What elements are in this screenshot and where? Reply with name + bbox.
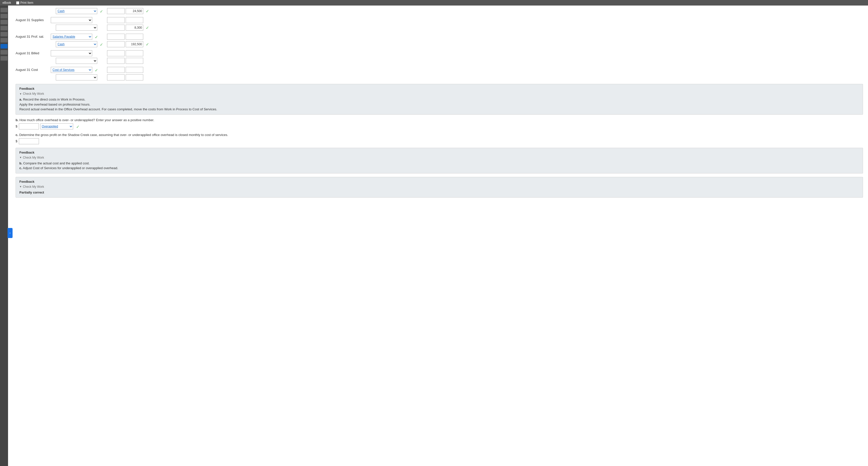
check-profsal2: ✓ [100, 41, 103, 47]
date-billed: August 31 Billed [16, 50, 51, 55]
feedback-title-2: Feedback [19, 151, 859, 154]
account-col-profsal2: Cash ✓ [51, 41, 106, 47]
sidebar-tab-4[interactable] [0, 26, 7, 30]
entry-group-cash: Cash ✓ 24,500 ✓ [16, 8, 863, 14]
check-supplies2: ✓ [146, 25, 149, 31]
entry-group-profsal: August 31 Prof. sal. Salaries Payable ✓ [16, 34, 863, 47]
fb2-line-b: Compare the actual cost and the applied … [23, 161, 90, 165]
journal-row-supplies1: August 31 Supplies [16, 17, 863, 23]
account-select-cost1[interactable]: Cost of Services [51, 67, 92, 73]
sidebar-tab-3[interactable] [0, 20, 7, 24]
credit-profsal1[interactable] [126, 34, 143, 40]
account-select-supplies1[interactable] [51, 17, 92, 23]
account-select-supplies2[interactable] [56, 25, 97, 31]
print-item-label: Print Item [20, 1, 33, 4]
credit-cash: 24,500 [126, 8, 143, 14]
sidebar-tab-1[interactable] [0, 8, 7, 12]
date-supplies: August 31 Supplies [16, 17, 51, 22]
debit-credit-supplies2: 8,300 ✓ [107, 25, 151, 31]
entry-group-billed: August 31 Billed [16, 50, 863, 64]
account-select-profsal1[interactable]: Salaries Payable [51, 34, 92, 40]
check-my-work-3[interactable]: Check My Work [19, 185, 859, 188]
question-c-text: c. Determine the gross profit on the Sha… [16, 133, 863, 137]
debit-cash [107, 8, 125, 14]
question-b-input-row: $ Overapplied Underapplied ✓ [16, 123, 863, 129]
ebook-label[interactable]: eBook [2, 1, 11, 4]
fb1-label-a: a. [19, 97, 22, 101]
account-select-profsal2[interactable]: Cash [56, 41, 97, 47]
account-col-profsal1: Salaries Payable ✓ [51, 34, 106, 40]
account-col-billed1 [51, 50, 106, 56]
answer-b-input[interactable] [19, 123, 39, 129]
entry-group-cost: August 31 Cost Cost of Services ✓ [16, 67, 863, 81]
debit-billed2[interactable] [107, 58, 125, 64]
sidebar-tab-2[interactable] [0, 14, 7, 18]
credit-billed1[interactable] [126, 50, 143, 56]
credit-cost2[interactable] [126, 74, 143, 81]
sidebar-tab-6[interactable] [0, 38, 7, 42]
print-item-container: Print Item [16, 1, 33, 4]
check-credit-profsal2: ✓ [146, 41, 149, 47]
date-supplies2 [16, 27, 51, 28]
debit-credit-cost1 [107, 67, 143, 73]
answer-b-select[interactable]: Overapplied Underapplied [40, 123, 73, 129]
question-b-text: b. How much office overhead is over- or … [16, 118, 863, 122]
debit-profsal2[interactable] [107, 41, 125, 47]
sidebar-tab-active[interactable] [0, 44, 7, 49]
debit-cost1[interactable] [107, 67, 125, 73]
credit-profsal2: 192,500 [126, 41, 143, 47]
date-profsal: August 31 Prof. sal. [16, 34, 51, 38]
debit-cost2[interactable] [107, 74, 125, 81]
check-my-work-2[interactable]: Check My Work [19, 156, 859, 159]
sidebar-tab-9[interactable] [0, 56, 7, 61]
feedback-box-1: Feedback Check My Work a. Record the dir… [16, 84, 863, 115]
check-my-work-1[interactable]: Check My Work [19, 92, 859, 95]
journal-row-supplies2: 8,300 ✓ [16, 25, 863, 31]
account-col-billed2 [51, 58, 106, 64]
top-bar: eBook Print Item [0, 0, 868, 5]
credit-cost1[interactable] [126, 67, 143, 73]
feedback-text-1: a. Record the direct costs in Work in Pr… [19, 97, 859, 112]
question-c-input-row: $ [16, 138, 863, 144]
question-b-label: How much office overhead is over- or und… [19, 118, 154, 122]
journal-row-cash: Cash ✓ 24,500 ✓ [16, 8, 863, 14]
account-select-cash[interactable]: Cash [56, 8, 97, 14]
left-sidebar [0, 5, 8, 206]
sidebar-tab-8[interactable] [0, 50, 7, 55]
dollar-b: $ [16, 124, 17, 128]
question-b-section: b. How much office overhead is over- or … [16, 118, 863, 129]
feedback-text-3: Partially correct [19, 190, 859, 195]
account-col-supplies2 [51, 25, 106, 31]
dollar-c: $ [16, 139, 17, 143]
question-b-id: b. [16, 118, 19, 122]
date-cash [16, 8, 51, 9]
sidebar-tab-5[interactable] [0, 32, 7, 36]
account-col-supplies1 [51, 17, 106, 23]
debit-supplies1[interactable] [107, 17, 125, 23]
debit-credit-billed2 [107, 58, 143, 64]
check-credit-cash: ✓ [146, 8, 149, 14]
debit-supplies2[interactable] [107, 25, 125, 31]
fb1-line-b: Apply the overhead based on professional… [19, 102, 859, 107]
answer-c-input[interactable] [19, 138, 39, 144]
account-select-cost2[interactable] [56, 74, 97, 81]
journal-row-profsal1: August 31 Prof. sal. Salaries Payable ✓ [16, 34, 863, 40]
debit-billed1[interactable] [107, 50, 125, 56]
print-item-checkbox[interactable] [16, 1, 19, 4]
feedback-text-2: b. Compare the actual cost and the appli… [19, 161, 859, 171]
debit-credit-billed1 [107, 50, 143, 56]
check-cost1: ✓ [95, 67, 98, 73]
question-c-section: c. Determine the gross profit on the Sha… [16, 133, 863, 144]
credit-billed2[interactable] [126, 58, 143, 64]
credit-supplies1[interactable] [126, 17, 143, 23]
debit-credit-cash: 24,500 ✓ [107, 8, 151, 14]
debit-credit-profsal2: 192,500 ✓ [107, 41, 151, 47]
account-select-billed1[interactable] [51, 50, 92, 56]
fb1-line-a: Record the direct costs in Work in Proce… [23, 97, 85, 101]
fb2-label-b: b. [19, 161, 22, 165]
journal-row-profsal2: Cash ✓ 192,500 ✓ [16, 41, 863, 47]
check-cash: ✓ [100, 8, 103, 14]
journal-row-cost2 [16, 74, 863, 81]
account-select-billed2[interactable] [56, 58, 97, 64]
debit-profsal1[interactable] [107, 34, 125, 40]
